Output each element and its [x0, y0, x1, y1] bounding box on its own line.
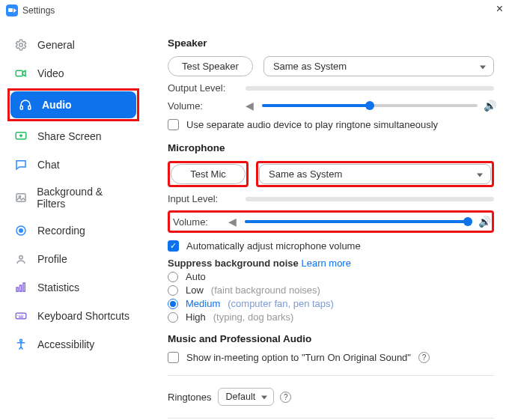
sidebar-item-label: Share Screen	[37, 130, 102, 142]
sidebar-item-label: Chat	[37, 159, 60, 171]
sidebar-item-general[interactable]: General	[6, 31, 138, 58]
svg-rect-11	[20, 285, 22, 291]
help-icon[interactable]: ?	[280, 392, 291, 403]
noise-medium-radio[interactable]	[168, 299, 178, 309]
record-icon	[13, 223, 28, 238]
svg-point-8	[19, 229, 23, 233]
input-level-label: Input Level:	[168, 193, 235, 204]
sidebar-item-video[interactable]: Video	[6, 60, 138, 87]
mic-low-icon: ◀	[228, 216, 239, 228]
speaker-volume-label: Volume:	[168, 100, 235, 112]
svg-rect-2	[20, 106, 22, 110]
sidebar-item-label: General	[37, 39, 75, 51]
speaker-volume-slider[interactable]	[262, 104, 478, 107]
app-icon	[6, 4, 18, 16]
sidebar: General Video Audio Share Screen	[0, 18, 142, 420]
audio-settings-panel: Speaker Test Speaker Same as System Outp…	[142, 18, 509, 420]
background-icon	[13, 190, 28, 205]
accessibility-icon	[13, 337, 28, 352]
help-icon[interactable]: ?	[418, 352, 430, 363]
svg-rect-1	[16, 70, 22, 76]
mic-volume-slider[interactable]	[245, 220, 472, 223]
sidebar-item-label: Statistics	[37, 281, 79, 293]
statistics-icon	[13, 280, 28, 295]
auto-adjust-mic-label: Automatically adjust microphone volume	[186, 240, 361, 252]
speaker-heading: Speaker	[168, 37, 494, 49]
svg-rect-5	[16, 194, 25, 202]
auto-adjust-mic-checkbox[interactable]: ✓	[168, 240, 179, 252]
sidebar-item-recording[interactable]: Recording	[6, 217, 138, 244]
noise-medium-label: Medium	[186, 298, 220, 309]
mic-device-value: Same as System	[269, 168, 342, 180]
mic-device-select[interactable]: Same as System	[259, 164, 491, 184]
svg-rect-10	[16, 287, 18, 291]
mic-input-level-meter	[246, 197, 494, 201]
svg-point-14	[20, 339, 22, 341]
separate-audio-device-label: Use separate audio device to play ringto…	[186, 119, 438, 130]
noise-low-label: Low	[186, 284, 204, 296]
sidebar-item-keyboard-shortcuts[interactable]: Keyboard Shortcuts	[6, 302, 138, 329]
noise-learn-more-link[interactable]: Learn more	[301, 258, 350, 269]
microphone-heading: Microphone	[168, 142, 494, 153]
sidebar-item-share-screen[interactable]: Share Screen	[6, 123, 138, 150]
original-sound-label: Show in-meeting option to "Turn On Origi…	[186, 352, 411, 363]
sidebar-item-accessibility[interactable]: Accessibility	[6, 331, 138, 358]
gear-icon	[13, 37, 28, 52]
sidebar-item-profile[interactable]: Profile	[6, 246, 138, 273]
sidebar-item-label: Audio	[42, 99, 72, 111]
close-icon[interactable]: ×	[496, 3, 503, 15]
noise-low-radio[interactable]	[168, 285, 178, 296]
ringtone-value: Default	[226, 392, 256, 402]
sidebar-item-audio[interactable]: Audio	[10, 91, 136, 118]
headphones-icon	[18, 97, 33, 112]
speaker-device-value: Same as System	[273, 61, 347, 72]
window-title: Settings	[22, 5, 55, 16]
sidebar-item-background-filters[interactable]: Background & Filters	[6, 180, 138, 216]
svg-rect-12	[23, 283, 25, 291]
video-icon	[13, 66, 28, 81]
speaker-output-level-meter	[246, 86, 494, 91]
sidebar-item-label: Accessibility	[37, 338, 94, 350]
separate-audio-device-checkbox[interactable]	[168, 119, 179, 130]
noise-auto-label: Auto	[186, 271, 206, 282]
pro-audio-heading: Music and Professional Audio	[168, 333, 494, 344]
noise-medium-hint: (computer fan, pen taps)	[228, 298, 334, 309]
chat-icon	[13, 157, 28, 172]
sidebar-item-label: Video	[37, 67, 64, 79]
noise-low-hint: (faint background noises)	[211, 284, 320, 296]
ringtone-select[interactable]: Default	[218, 388, 275, 406]
noise-high-radio[interactable]	[168, 312, 178, 323]
divider	[168, 418, 494, 419]
ringtones-label: Ringtones	[168, 392, 212, 403]
output-level-label: Output Level:	[168, 82, 235, 94]
speaker-device-select[interactable]: Same as System	[263, 56, 494, 76]
test-mic-button[interactable]: Test Mic	[171, 164, 246, 184]
svg-point-0	[19, 43, 23, 47]
svg-rect-3	[28, 106, 31, 110]
titlebar: Settings ×	[0, 0, 509, 18]
sidebar-item-label: Profile	[37, 253, 67, 265]
speaker-low-icon: ◀	[246, 100, 256, 112]
noise-high-hint: (typing, dog barks)	[213, 311, 294, 323]
mic-volume-label: Volume:	[173, 216, 218, 228]
original-sound-checkbox[interactable]	[168, 352, 179, 363]
divider	[168, 375, 494, 376]
noise-auto-radio[interactable]	[168, 272, 178, 282]
speaker-high-icon: 🔊	[484, 100, 494, 112]
share-screen-icon	[13, 129, 28, 144]
svg-point-9	[19, 256, 23, 260]
sidebar-item-statistics[interactable]: Statistics	[6, 274, 138, 301]
sidebar-item-label: Keyboard Shortcuts	[37, 310, 129, 322]
noise-high-label: High	[186, 311, 206, 323]
sidebar-item-label: Recording	[37, 225, 85, 237]
sidebar-item-label: Background & Filters	[37, 186, 130, 210]
sidebar-item-chat[interactable]: Chat	[6, 151, 138, 178]
noise-heading: Suppress background noise	[168, 258, 299, 269]
mic-high-icon: 🔊	[478, 216, 489, 228]
test-speaker-button[interactable]: Test Speaker	[168, 56, 253, 76]
profile-icon	[13, 252, 28, 267]
keyboard-icon	[13, 308, 28, 323]
